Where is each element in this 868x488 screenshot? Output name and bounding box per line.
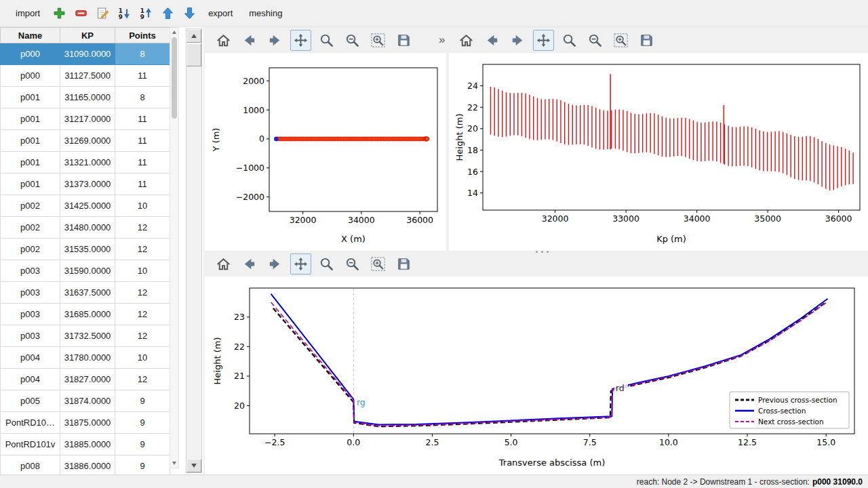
- table-scrollbar[interactable]: [170, 27, 179, 468]
- column-header-points[interactable]: Points: [115, 28, 170, 43]
- points-cell[interactable]: 8: [115, 43, 170, 65]
- table-row[interactable]: p00131269.000011: [1, 130, 170, 152]
- sort-ascending-button[interactable]: [114, 3, 134, 24]
- name-cell[interactable]: p001: [1, 108, 60, 130]
- points-cell[interactable]: 12: [115, 304, 170, 325]
- kp-cell[interactable]: 31217.0000: [60, 108, 115, 130]
- table-row[interactable]: p00231535.000012: [1, 239, 170, 260]
- kp-cell[interactable]: 31480.0000: [60, 217, 115, 239]
- longitudinal-profile-plot[interactable]: 3200033000340003500036000141618202224Kp …: [449, 53, 868, 251]
- kp-cell[interactable]: 31685.0000: [60, 304, 115, 325]
- points-cell[interactable]: 11: [115, 130, 170, 152]
- zoom-button[interactable]: [316, 30, 337, 51]
- splitter-handle[interactable]: [534, 250, 552, 254]
- name-cell[interactable]: p001: [1, 130, 60, 152]
- scrollbar-up-button[interactable]: [186, 29, 201, 43]
- back-button[interactable]: [239, 253, 260, 274]
- table-row[interactable]: p00131165.00008: [1, 87, 170, 108]
- name-cell[interactable]: p000: [1, 43, 60, 65]
- zoom-rect-button[interactable]: [610, 30, 631, 51]
- table-row[interactable]: p00531874.00009: [1, 390, 170, 412]
- kp-cell[interactable]: 31874.0000: [60, 390, 115, 412]
- panel-scrollbar[interactable]: [186, 28, 202, 473]
- table-row[interactable]: p00331732.500012: [1, 325, 170, 347]
- points-cell[interactable]: 10: [115, 195, 170, 217]
- name-cell[interactable]: p003: [1, 325, 60, 347]
- edit-button[interactable]: [92, 3, 113, 24]
- remove-button[interactable]: [71, 3, 91, 24]
- kp-cell[interactable]: 31886.0000: [60, 455, 115, 477]
- kp-cell[interactable]: 31875.0000: [60, 412, 115, 434]
- sort-descending-button[interactable]: [136, 3, 156, 24]
- kp-cell[interactable]: 31165.0000: [60, 87, 115, 108]
- points-cell[interactable]: 12: [115, 325, 170, 347]
- meshing-button[interactable]: meshing: [241, 5, 290, 22]
- kp-cell[interactable]: 31090.0000: [60, 43, 115, 65]
- move-down-button[interactable]: [179, 3, 199, 24]
- name-cell[interactable]: p004: [1, 369, 60, 390]
- kp-cell[interactable]: 31269.0000: [60, 130, 115, 152]
- points-cell[interactable]: 11: [115, 152, 170, 174]
- table-row[interactable]: p00131217.000011: [1, 108, 170, 130]
- home-button[interactable]: [213, 253, 234, 274]
- table-row[interactable]: PontRD101v31885.00009: [1, 434, 170, 455]
- points-cell[interactable]: 12: [115, 369, 170, 390]
- forward-button[interactable]: [507, 30, 528, 51]
- name-cell[interactable]: p003: [1, 304, 60, 325]
- name-cell[interactable]: p002: [1, 217, 60, 239]
- kp-cell[interactable]: 31373.0000: [60, 174, 115, 195]
- toolbar-overflow-button[interactable]: »: [435, 33, 449, 47]
- back-button[interactable]: [239, 30, 260, 51]
- forward-button[interactable]: [264, 253, 285, 274]
- name-cell[interactable]: p008: [1, 455, 60, 477]
- name-cell[interactable]: p002: [1, 239, 60, 260]
- scroll-up-icon[interactable]: [172, 30, 176, 34]
- points-cell[interactable]: 10: [115, 260, 170, 282]
- move-up-button[interactable]: [157, 3, 178, 24]
- table-row[interactable]: p00031127.500011: [1, 65, 170, 87]
- subplots-button[interactable]: [342, 253, 363, 274]
- name-cell[interactable]: PontRD10…: [1, 412, 60, 434]
- name-cell[interactable]: PontRD101v: [1, 434, 60, 455]
- table-row[interactable]: p00131373.000011: [1, 174, 170, 195]
- subplots-button[interactable]: [585, 30, 606, 51]
- kp-cell[interactable]: 31637.5000: [60, 282, 115, 304]
- kp-cell[interactable]: 31590.0000: [60, 260, 115, 282]
- table-row[interactable]: p00331637.500012: [1, 282, 170, 304]
- save-button[interactable]: [636, 30, 657, 51]
- zoom-button[interactable]: [316, 253, 337, 274]
- table-scrollbar-thumb[interactable]: [172, 37, 177, 119]
- scrollbar-down-button[interactable]: [186, 459, 201, 472]
- kp-cell[interactable]: 31127.5000: [60, 65, 115, 87]
- points-cell[interactable]: 9: [115, 455, 170, 477]
- table-row[interactable]: p00331685.000012: [1, 304, 170, 325]
- kp-cell[interactable]: 31425.0000: [60, 195, 115, 217]
- points-cell[interactable]: 10: [115, 347, 170, 369]
- back-button[interactable]: [481, 30, 502, 51]
- table-row[interactable]: p00831886.00009: [1, 455, 170, 477]
- pan-button[interactable]: [533, 30, 554, 51]
- column-header-kp[interactable]: KP: [60, 28, 115, 43]
- table-row[interactable]: p00131321.000011: [1, 152, 170, 174]
- kp-cell[interactable]: 31535.0000: [60, 239, 115, 260]
- table-row[interactable]: p00331590.000010: [1, 260, 170, 282]
- export-button[interactable]: export: [201, 5, 240, 22]
- column-header-name[interactable]: Name: [1, 28, 60, 43]
- points-cell[interactable]: 11: [115, 108, 170, 130]
- points-cell[interactable]: 12: [115, 282, 170, 304]
- name-cell[interactable]: p001: [1, 87, 60, 108]
- table-row[interactable]: p00231425.000010: [1, 195, 170, 217]
- points-cell[interactable]: 12: [115, 217, 170, 239]
- save-button[interactable]: [393, 30, 414, 51]
- subplots-button[interactable]: [342, 30, 363, 51]
- name-cell[interactable]: p003: [1, 260, 60, 282]
- kp-cell[interactable]: 31780.0000: [60, 347, 115, 369]
- scroll-down-icon[interactable]: [172, 462, 176, 465]
- table-row[interactable]: p00431780.000010: [1, 347, 170, 369]
- kp-cell[interactable]: 31885.0000: [60, 434, 115, 455]
- name-cell[interactable]: p003: [1, 282, 60, 304]
- name-cell[interactable]: p000: [1, 65, 60, 87]
- plan-view-plot[interactable]: 320003400036000−2000−1000010002000X (m)Y…: [205, 53, 446, 251]
- zoom-rect-button[interactable]: [368, 30, 389, 51]
- name-cell[interactable]: p001: [1, 174, 60, 195]
